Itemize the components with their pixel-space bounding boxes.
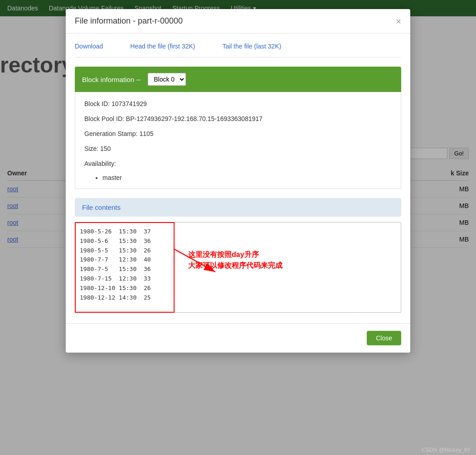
- block-info-header: Block information -- Block 0: [75, 67, 401, 92]
- file-info-modal: File information - part-r-00000 × Downlo…: [66, 9, 410, 353]
- availability-label: Availability:: [84, 159, 392, 169]
- modal-title: File information - part-r-00000: [75, 16, 183, 26]
- modal-footer: Close: [66, 323, 410, 353]
- block-size: Size: 150: [84, 144, 392, 154]
- download-link[interactable]: Download: [75, 43, 103, 50]
- modal-header: File information - part-r-00000 ×: [66, 9, 410, 34]
- modal-body: Download Head the file (first 32K) Tail …: [66, 34, 410, 323]
- generation-stamp: Generation Stamp: 1105: [84, 129, 392, 139]
- block-select[interactable]: Block 0: [148, 73, 186, 86]
- availability-list: master: [102, 174, 392, 181]
- block-details: Block ID: 1073741929 Block Pool ID: BP-1…: [75, 92, 401, 189]
- availability-item: master: [102, 174, 392, 181]
- tail-file-link[interactable]: Tail the file (last 32K): [222, 43, 281, 50]
- modal-overlay: File information - part-r-00000 × Downlo…: [0, 0, 476, 455]
- block-id: Block ID: 1073741929: [84, 99, 392, 109]
- modal-close-button[interactable]: ×: [396, 17, 401, 26]
- file-textarea[interactable]: [75, 222, 401, 313]
- file-contents-section: File contents: [75, 198, 401, 217]
- bottom-credit: CSDN @Mickey_flY: [422, 447, 471, 453]
- head-file-link[interactable]: Head the file (first 32K): [130, 43, 195, 50]
- file-contents-label: File contents: [82, 203, 121, 211]
- modal-links-row: Download Head the file (first 32K) Tail …: [75, 43, 401, 58]
- block-info-label: Block information --: [82, 76, 141, 83]
- block-info-section: Block information -- Block 0 Block ID: 1…: [75, 67, 401, 189]
- file-contents-area: 这里没有按照day升序 大家可以修改程序代码来完成: [75, 222, 401, 314]
- block-pool-id: Block Pool ID: BP-1274936297-192.168.70.…: [84, 114, 392, 124]
- close-button[interactable]: Close: [367, 331, 401, 345]
